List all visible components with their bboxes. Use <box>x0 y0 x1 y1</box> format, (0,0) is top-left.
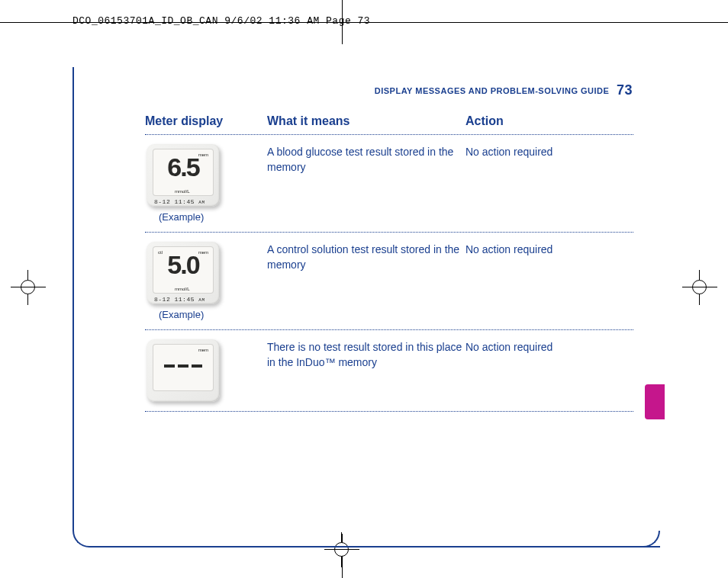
meter-caption: (Example) <box>159 211 267 223</box>
table-row: mem There is no test result stored in th… <box>145 330 641 411</box>
meter-display-icon: mem 6.5 mmol/L 8-12 11:45 AM <box>147 144 220 207</box>
registration-mark-icon <box>688 276 711 299</box>
running-head: DISPLAY MESSAGES AND PROBLEM-SOLVING GUI… <box>375 82 633 98</box>
cell-display: mem <box>145 339 267 402</box>
col-header-action: Action <box>465 114 618 128</box>
meter-ctl-label: ctl <box>158 250 163 255</box>
crop-line <box>342 0 343 44</box>
meter-unit: mmol/L <box>175 189 190 194</box>
registration-mark-icon <box>17 276 40 299</box>
page-number: 73 <box>617 82 633 98</box>
cell-display: ctl mem 5.0 mmol/L 8-12 11:45 AM (Exampl… <box>145 242 267 320</box>
cell-action: No action required <box>465 339 618 355</box>
meter-mem-label: mem <box>198 348 208 352</box>
cell-action: No action required <box>465 144 618 159</box>
page-body: DISPLAY MESSAGES AND PROBLEM-SOLVING GUI… <box>72 53 663 547</box>
table-row: mem 6.5 mmol/L 8-12 11:45 AM (Example) A… <box>145 135 641 232</box>
col-header-display: Meter display <box>145 114 267 128</box>
meter-mem-label: mem <box>198 250 208 255</box>
cell-meaning: There is no test result stored in this p… <box>267 339 465 371</box>
meter-display-icon: mem <box>147 339 220 402</box>
table-row: ctl mem 5.0 mmol/L 8-12 11:45 AM (Exampl… <box>145 233 641 329</box>
meter-caption: (Example) <box>159 309 267 320</box>
cell-meaning: A control solution test result stored in… <box>267 242 465 273</box>
cell-meaning: A blood glucose test result stored in th… <box>267 144 465 175</box>
meter-datetime: 8-12 11:45 AM <box>154 296 212 303</box>
table-header-row: Meter display What it means Action <box>145 114 641 134</box>
print-slug: DCO_06153701A_ID_OB_CAN 9/6/02 11:36 AM … <box>72 15 370 27</box>
crop-line <box>0 22 728 23</box>
cell-action: No action required <box>465 242 618 257</box>
meter-datetime: 8-12 11:45 AM <box>154 198 212 205</box>
cell-display: mem 6.5 mmol/L 8-12 11:45 AM (Example) <box>145 144 267 223</box>
meter-display-icon: ctl mem 5.0 mmol/L 8-12 11:45 AM <box>147 242 220 304</box>
content-table: Meter display What it means Action mem 6… <box>145 114 641 412</box>
col-header-meaning: What it means <box>267 114 465 128</box>
divider <box>145 411 633 412</box>
running-head-text: DISPLAY MESSAGES AND PROBLEM-SOLVING GUI… <box>375 86 610 95</box>
meter-unit: mmol/L <box>175 287 190 291</box>
meter-mem-label: mem <box>198 153 208 157</box>
